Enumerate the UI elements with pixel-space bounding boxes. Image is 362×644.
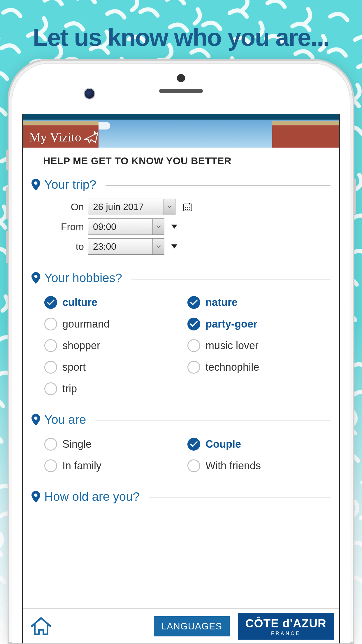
you-are-option[interactable]: Single <box>44 435 187 454</box>
svg-point-6 <box>185 207 186 208</box>
checkbox-unchecked-icon <box>187 339 200 352</box>
from-label: From <box>52 221 84 232</box>
section-hobbies: Your hobbies? culturenaturegourmandparty… <box>23 265 339 407</box>
section-age: How old are you? <box>23 484 339 504</box>
home-icon <box>29 616 53 637</box>
proximity-sensor <box>177 74 185 82</box>
hobby-option[interactable]: party-goer <box>187 315 331 333</box>
dropdown-arrow-icon <box>164 199 175 215</box>
section-trip-label: Your trip? <box>44 178 96 192</box>
power-button <box>354 179 356 214</box>
calendar-icon[interactable] <box>183 202 192 211</box>
you-are-option-label: With friends <box>205 460 261 472</box>
hobby-option[interactable]: music lover <box>187 336 331 355</box>
checkbox-unchecked-icon <box>187 361 200 374</box>
trip-from-dropdown[interactable]: 09:00 <box>88 218 164 235</box>
languages-button[interactable]: LANGUAGES <box>154 616 230 636</box>
brand-name: CÔTE d'AZUR <box>245 617 326 630</box>
earpiece-speaker <box>159 89 203 93</box>
volume-down <box>6 231 8 263</box>
hobby-option-label: music lover <box>205 340 259 352</box>
you-are-option[interactable]: Couple <box>187 435 331 454</box>
hobby-option-label: trip <box>62 383 77 395</box>
languages-label: LANGUAGES <box>161 621 222 631</box>
svg-point-7 <box>187 207 188 208</box>
hobby-option-label: culture <box>62 296 97 309</box>
hobby-option[interactable]: nature <box>187 293 331 312</box>
hobby-option[interactable]: technophile <box>187 358 331 377</box>
you-are-option-label: Single <box>62 438 92 450</box>
home-button[interactable] <box>28 615 54 638</box>
svg-point-10 <box>187 209 188 210</box>
hobby-option[interactable]: sport <box>44 358 187 377</box>
pin-icon <box>31 414 40 426</box>
hobby-option[interactable]: gourmand <box>44 315 187 333</box>
checkbox-unchecked-icon <box>44 361 57 374</box>
trip-from-value: 09:00 <box>88 219 152 235</box>
hobby-option-label: shopper <box>62 340 100 352</box>
phone-frame: My Vizito HELP ME GET TO KNOW YOU BETTER… <box>8 59 354 644</box>
section-hobbies-label: Your hobbies? <box>44 271 122 285</box>
form-content: HELP ME GET TO KNOW YOU BETTER Your trip… <box>23 148 339 608</box>
trip-to-value: 23:00 <box>88 239 152 254</box>
brand-subtitle: FRANCE <box>245 631 326 636</box>
trip-to-dropdown[interactable]: 23:00 <box>88 238 164 255</box>
you-are-option[interactable]: With friends <box>187 456 331 475</box>
checkbox-checked-icon <box>187 318 200 330</box>
divider <box>95 421 331 421</box>
section-you-are-label: You are <box>44 413 86 427</box>
svg-point-8 <box>189 207 190 208</box>
divider <box>106 186 331 186</box>
you-are-option-label: Couple <box>205 438 241 450</box>
section-age-label: How old are you? <box>44 490 140 504</box>
svg-point-9 <box>185 209 186 210</box>
hobby-option-label: technophile <box>205 361 259 373</box>
pin-icon <box>31 491 40 503</box>
paper-plane-icon <box>84 131 101 144</box>
hobby-option[interactable]: trip <box>44 379 187 398</box>
checkbox-checked-icon <box>187 296 200 309</box>
checkbox-unchecked-icon <box>44 459 57 472</box>
you-are-option-label: In family <box>62 460 101 472</box>
checkbox-checked-icon <box>187 438 200 451</box>
hobby-option-label: party-goer <box>205 318 257 330</box>
checkbox-unchecked-icon <box>44 382 57 395</box>
bottom-toolbar: LANGUAGES CÔTE d'AZUR FRANCE <box>23 608 339 643</box>
checkbox-unchecked-icon <box>44 318 57 330</box>
app-logo-text: My Vizito <box>29 130 81 145</box>
divider <box>131 279 331 279</box>
svg-point-11 <box>189 209 190 210</box>
checkbox-unchecked-icon <box>44 438 57 451</box>
hero-banner: My Vizito <box>23 114 339 148</box>
promo-headline: Let us know who you are... <box>0 23 362 52</box>
hobby-option-label: gourmand <box>62 318 110 330</box>
trip-date-dropdown[interactable]: 26 juin 2017 <box>88 199 175 215</box>
mute-switch <box>6 150 8 170</box>
trip-date-value: 26 juin 2017 <box>88 199 164 215</box>
checkbox-checked-icon <box>44 296 57 309</box>
app-logo: My Vizito <box>29 130 101 145</box>
hobby-option-label: sport <box>62 361 86 373</box>
hobby-option[interactable]: shopper <box>44 336 187 355</box>
to-label: to <box>52 241 84 252</box>
hobby-option[interactable]: culture <box>44 293 187 312</box>
on-label: On <box>52 201 84 213</box>
chevron-down-icon[interactable] <box>171 244 177 249</box>
checkbox-unchecked-icon <box>44 339 57 352</box>
section-trip: Your trip? On 26 juin 2017 <box>23 172 339 265</box>
section-you-are: You are SingleCoupleIn familyWith friend… <box>23 407 339 484</box>
volume-up <box>6 187 8 219</box>
front-camera <box>85 89 94 99</box>
phone-screen: My Vizito HELP ME GET TO KNOW YOU BETTER… <box>22 114 340 643</box>
form-heading: HELP ME GET TO KNOW YOU BETTER <box>23 148 339 172</box>
dropdown-arrow-icon <box>152 239 164 254</box>
hobby-option-label: nature <box>205 296 238 309</box>
checkbox-unchecked-icon <box>187 459 200 472</box>
pin-icon <box>31 272 40 284</box>
you-are-option[interactable]: In family <box>44 456 187 475</box>
chevron-down-icon[interactable] <box>171 225 177 229</box>
pin-icon <box>31 179 40 190</box>
divider <box>149 498 331 498</box>
dropdown-arrow-icon <box>152 219 164 235</box>
brand-badge: CÔTE d'AZUR FRANCE <box>238 613 334 640</box>
